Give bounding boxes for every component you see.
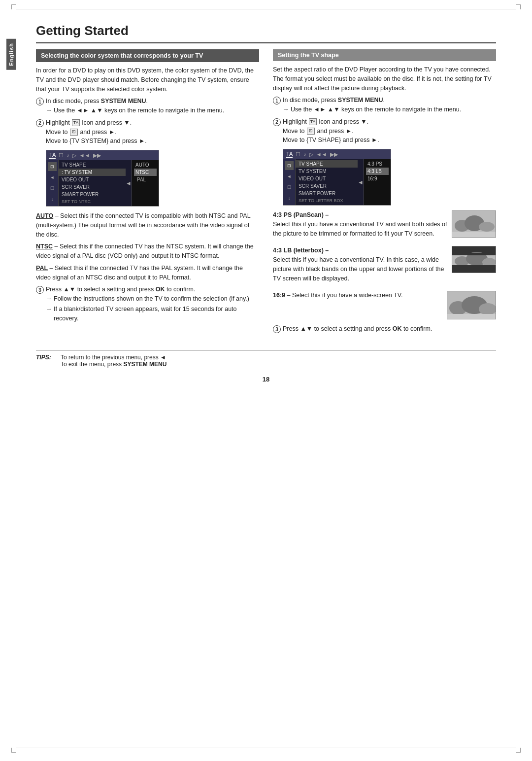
ta-icon: TA (72, 119, 80, 126)
right-sq-icon: ⊡ (307, 128, 315, 135)
right-menu-arrow-mid: ◄ (358, 159, 364, 205)
menu-body: ⊡ ◄ ☐ ↓ TV SHAPE : TV SYSTEM VIDEO OUT (46, 160, 159, 206)
left-step-3: 3 Press ▲▼ to select a setting and press… (36, 285, 259, 324)
ok-label: OK (156, 286, 165, 293)
tips-line2: To exit the menu, press SYSTEM MENU (61, 361, 166, 368)
lb-title: 4:3 LB (letterbox) – (273, 247, 329, 254)
right-step-1-arrow: Use the ◄► ▲▼ keys on the remote to navi… (283, 105, 496, 114)
menu-row-tvsystem: : TV SYSTEM (59, 169, 126, 176)
menu-row-smartpower: SMART POWER (59, 191, 126, 198)
left-icon-1: ⊡ (48, 162, 57, 171)
s169-mountain-svg (447, 291, 496, 319)
step-3-arrow1: Follow the instructions shown on the TV … (46, 294, 259, 304)
tips-content: To return to the previous menu, press ◄ … (61, 354, 166, 368)
right-row-pal: PAL (134, 176, 157, 183)
right-step-2-num: 2 (273, 118, 281, 126)
right-section-header: Setting the TV shape (273, 49, 496, 61)
right-right-row-169: 16:9 (366, 175, 389, 182)
topbar-icon-play: ▷ (72, 152, 76, 159)
svg-point-15 (479, 303, 496, 315)
left-menu-screenshot: TA ☐ ♪ ▷ ◄◄ ▶▶ ⊡ ◄ ☐ ↓ (46, 150, 159, 207)
left-column: Selecting the color system that correspo… (36, 49, 259, 336)
page-border: English Getting Started Selecting the co… (16, 9, 516, 748)
right-step-3: 3 Press ▲▼ to select a setting and press… (273, 324, 496, 334)
topbar-icon-rew: ◄◄ (79, 152, 90, 158)
step-2-num: 2 (36, 119, 44, 127)
tips-label: TIPS: (36, 354, 56, 361)
left-icon-3: ☐ (48, 184, 57, 193)
right-menu-row-smartpower: SMART POWER (296, 190, 358, 197)
menu-center-col: TV SHAPE : TV SYSTEM VIDEO OUT SCR SAVER… (59, 160, 126, 206)
menu-center-right: TV SHAPE : TV SYSTEM VIDEO OUT SCR SAVER… (58, 160, 159, 206)
right-menu-right-col: 4:3 PS 4:3 LB 16:9 (364, 159, 391, 205)
lb-block: 4:3 LB (letterbox) – Select this if you … (273, 246, 496, 286)
menu-arrow-mid: ◄ (126, 160, 132, 206)
right-topbar-fwd: ▶▶ (330, 151, 338, 158)
tips-bar: TIPS: To return to the previous menu, pr… (36, 350, 496, 368)
ps-tv-image (452, 210, 496, 238)
right-topbar-sq: ☐ (296, 151, 300, 158)
right-topbar-rew: ◄◄ (316, 151, 327, 157)
right-menu-screenshot: TA ☐ ♪ ▷ ◄◄ ▶▶ ⊡ ◄ ☐ ↓ (283, 149, 391, 206)
page-title: Getting Started (36, 23, 496, 43)
step-3-num: 3 (36, 286, 44, 294)
right-menu-body: ⊡ ◄ ☐ ↓ TV SHAPE TV SYSTEM VIDEO OUT (283, 159, 391, 205)
right-step-2-sub2: Move to {TV SHAPE} and press ►. (283, 136, 496, 145)
pal-desc: PAL – Select this if the connected TV ha… (36, 264, 259, 282)
right-step-2-content: Highlight TA icon and press ▼. Move to ⊡… (283, 117, 496, 145)
left-step-1: 1 In disc mode, press SYSTEM MENU. Use t… (36, 97, 259, 116)
right-topbar-play: ▷ (309, 151, 313, 158)
right-menu-screenshot-container: TA ☐ ♪ ▷ ◄◄ ▶▶ ⊡ ◄ ☐ ↓ (283, 149, 496, 206)
right-menu-topbar: TA ☐ ♪ ▷ ◄◄ ▶▶ (283, 149, 391, 159)
right-topbar-ta: TA (286, 151, 293, 158)
left-section-header: Selecting the color system that correspo… (36, 49, 259, 62)
right-step-1-num: 1 (273, 97, 281, 104)
step-3-content: Press ▲▼ to select a setting and press O… (46, 285, 259, 324)
ps-block: 4:3 PS (PanScan) – Select this if you ha… (273, 210, 496, 241)
step-2-sub1: Move to ⊡ and press ►. (46, 128, 259, 137)
step-1-content: In disc mode, press SYSTEM MENU. Use the… (46, 97, 259, 116)
left-step-2: 2 Highlight TA icon and press ▼. Move to… (36, 118, 259, 146)
right-menu-row-setlb: SET TO LETTER BOX (296, 197, 358, 204)
svg-rect-10 (452, 253, 496, 255)
right-ta-icon: TA (309, 118, 317, 125)
right-menu-row-videoout: VIDEO OUT (296, 175, 358, 182)
right-menu-row-tvsystem: TV SYSTEM (296, 168, 358, 175)
right-step-1-bold: SYSTEM MENU (338, 97, 383, 104)
right-menu-row-tvshape: TV SHAPE (296, 160, 358, 168)
ps-mountain-svg (452, 211, 496, 238)
lb-tv-image (452, 246, 496, 273)
menu-row-setntsc: SET TO NTSC (59, 198, 126, 205)
lb-tv-img-box (452, 246, 496, 273)
menu-left-col: ⊡ ◄ ☐ ↓ (46, 160, 58, 206)
two-column-layout: Selecting the color system that correspo… (36, 49, 496, 336)
svg-rect-11 (452, 265, 496, 268)
s169-title: 16:9 (273, 292, 285, 299)
step-3-arrow2: If a blank/distorted TV screen appears, … (46, 305, 259, 323)
right-menu-row-scrsaver: SCR SAVER (296, 182, 358, 190)
right-ok-label: OK (393, 325, 402, 332)
square-icon: ⊡ (70, 129, 78, 136)
step-1-arrow: Use the ◄► ▲▼ keys on the remote to navi… (46, 106, 259, 115)
menu-row-videoout: VIDEO OUT (59, 176, 126, 183)
auto-desc: AUTO – Select this if the connected TV i… (36, 211, 259, 239)
svg-rect-4 (452, 232, 496, 238)
right-menu-left-col: ⊡ ◄ ☐ ↓ (283, 159, 295, 205)
left-intro: In order for a DVD to play on this DVD s… (36, 66, 259, 94)
svg-point-3 (479, 222, 495, 232)
s169-tv-img-box (447, 291, 496, 319)
right-step-3-content: Press ▲▼ to select a setting and press O… (283, 324, 496, 334)
right-menu-center-right: TV SHAPE TV SYSTEM VIDEO OUT SCR SAVER S… (295, 159, 391, 205)
right-left-icon-4: ↓ (285, 194, 294, 203)
right-left-icon-3: ☐ (285, 183, 294, 192)
menu-right-col: AUTO NTSC PAL (132, 160, 159, 206)
step-1-bold: SYSTEM MENU (101, 98, 146, 104)
topbar-icon-ta: TA (49, 152, 56, 159)
page-content: Getting Started Selecting the color syst… (16, 9, 516, 403)
step-1-num: 1 (36, 98, 44, 105)
ps-title: 4:3 PS (PanScan) – (273, 211, 329, 218)
tips-system-menu: SYSTEM MENU (123, 361, 166, 368)
svg-rect-16 (447, 314, 496, 319)
right-step-1: 1 In disc mode, press SYSTEM MENU. Use t… (273, 96, 496, 115)
s169-block: 16:9 – Select this if you have a wide-sc… (273, 291, 496, 319)
